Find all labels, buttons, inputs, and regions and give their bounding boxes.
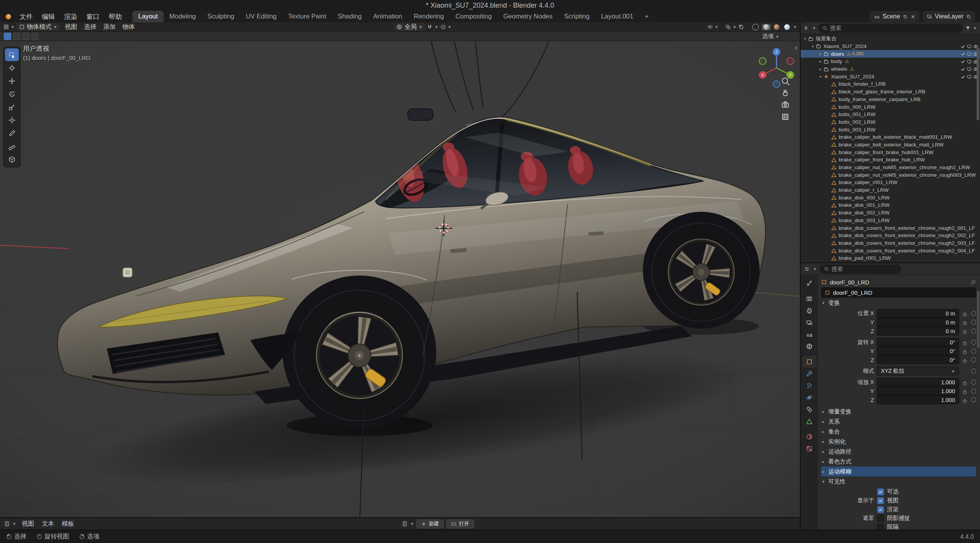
show-gizmo-icon[interactable] xyxy=(707,24,713,30)
outliner-search-input[interactable]: 搜索 xyxy=(818,24,963,33)
tool-cursor-button[interactable] xyxy=(5,61,19,74)
outliner-row-brake-disk-000-lrw[interactable]: brake_disk_000_LRW xyxy=(801,194,980,201)
chevron-down-icon[interactable]: ▾ xyxy=(11,24,15,30)
properties-search-input[interactable]: 搜索 xyxy=(820,265,901,274)
properties-tab-world[interactable] xyxy=(802,340,816,352)
new-view-layer-icon[interactable] xyxy=(966,14,971,19)
number-field[interactable]: 0 m xyxy=(877,309,959,318)
lock-icon[interactable] xyxy=(962,348,968,354)
exclude-checkbox[interactable] xyxy=(960,74,965,80)
object-name-field[interactable]: doorF_00_LRD xyxy=(821,287,976,297)
outliner-row-xiaomi-su7-2024[interactable]: ▾Xiaomi_SU7_2024 xyxy=(801,43,980,50)
chevron-down-icon[interactable]: ▾ xyxy=(434,24,438,30)
properties-tab-object-data[interactable] xyxy=(802,415,816,427)
workspace-tab-shading[interactable]: Shading xyxy=(332,11,368,22)
properties-tab-view-layer[interactable] xyxy=(802,317,816,329)
workspace-tab-uv-editing[interactable]: UV Editing xyxy=(240,11,282,22)
breadcrumb-object-name[interactable]: doorF_00_LRD xyxy=(830,279,869,286)
number-field[interactable]: 1.000 xyxy=(877,395,959,404)
outliner-row-brake-disk-001-lrw[interactable]: brake_disk_001_LRW xyxy=(801,201,980,209)
axis-z-label[interactable]: Z xyxy=(775,50,778,54)
number-field[interactable]: 1.000 xyxy=(877,387,959,395)
outliner-row-bolts-000-lrw[interactable]: bolts_000_LRW xyxy=(801,103,980,111)
properties-scrollbar[interactable] xyxy=(977,291,980,348)
chevron-down-icon[interactable]: ▾ xyxy=(793,24,797,30)
disclosure-closed-icon[interactable]: ▸ xyxy=(818,52,823,56)
outliner-row-body[interactable]: ▸body xyxy=(801,58,980,65)
outliner-row-brake-disk-002-lrw[interactable]: brake_disk_002_LRW xyxy=(801,209,980,217)
outliner-row-brake-caliper-nut-noms-exterior-chrome-rough2-lrw[interactable]: brake_caliper_nut_noMS_exterior_chrome_r… xyxy=(801,164,980,171)
section-6[interactable]: ▸运动模糊 xyxy=(821,467,976,477)
viewport-canvas[interactable]: Z X Y 用户透视 (1) doors | doorF_00_LRD ‹ xyxy=(0,41,800,518)
animate-dot-icon[interactable] xyxy=(971,329,976,334)
open-text-button[interactable]: 打开 xyxy=(446,520,474,528)
properties-tab-scene[interactable] xyxy=(802,329,816,340)
chevron-down-icon[interactable]: ▾ xyxy=(973,25,977,31)
tool-measure-button[interactable] xyxy=(5,140,19,153)
properties-tab-physics[interactable] xyxy=(802,392,816,404)
rotation-mode-dropdown[interactable]: XYZ 欧拉▾ xyxy=(877,367,959,375)
workspace-tab-layout-001[interactable]: Layout.001 xyxy=(595,11,639,22)
number-field[interactable]: 1.000 xyxy=(877,378,959,387)
tool-rotate-button[interactable] xyxy=(5,88,19,100)
workspace-tab-geometry-nodes[interactable]: Geometry Nodes xyxy=(498,11,559,22)
viewport-menu-select[interactable]: 选择 xyxy=(81,23,100,31)
properties-tab-particles[interactable] xyxy=(802,380,816,392)
lock-icon[interactable] xyxy=(962,397,968,403)
view-layer-selector[interactable]: ViewLayer xyxy=(923,12,975,22)
pin-icon[interactable] xyxy=(970,279,976,285)
chevron-down-icon[interactable]: ▾ xyxy=(733,24,737,30)
menu-window[interactable]: 窗口 xyxy=(82,11,104,22)
editor-type-icon[interactable] xyxy=(804,266,810,272)
lock-icon[interactable] xyxy=(962,328,968,334)
menu-edit[interactable]: 编辑 xyxy=(37,11,60,22)
outliner-row-bolts-001-lrw[interactable]: bolts_001_LRW xyxy=(801,111,980,118)
properties-tab-texture[interactable] xyxy=(802,443,816,455)
viewport-menu-object[interactable]: 物体 xyxy=(119,23,138,31)
checkbox[interactable] xyxy=(877,497,884,504)
outliner-row-wheels[interactable]: ▸wheels xyxy=(801,65,980,73)
workspace-tab-compositing[interactable]: Compositing xyxy=(450,11,498,22)
select-mode-intersect-button[interactable] xyxy=(31,33,39,40)
shading-material-button[interactable] xyxy=(772,24,781,30)
section-0[interactable]: ▸增量变换 xyxy=(821,407,976,417)
text-datablock-icon[interactable] xyxy=(402,521,408,527)
outliner-row-brake-disk-covers-front-exterior-chrome-rough2-004-lf[interactable]: brake_disk_covers_front_exterior_chrome_… xyxy=(801,247,980,254)
snap-magnet-icon[interactable] xyxy=(427,24,433,30)
viewport-toggle-icon[interactable] xyxy=(967,58,972,64)
new-text-button[interactable]: 新建 xyxy=(416,520,444,528)
animate-dot-icon[interactable] xyxy=(971,357,976,362)
tool-annotate-button[interactable] xyxy=(5,127,19,139)
exclude-checkbox[interactable] xyxy=(960,66,965,72)
outliner-row-brake-caliper-nut-noms-exterior-chrome-rough003-lrw[interactable]: brake_caliper_nut_noMS_exterior_chrome_r… xyxy=(801,171,980,179)
lock-icon[interactable] xyxy=(962,310,968,317)
animate-dot-icon[interactable] xyxy=(971,340,976,345)
outliner-row-brake-caliper-bolt-exterior-black-matt001-lrw[interactable]: brake_caliper_bolt_exterior_black_matt00… xyxy=(801,133,980,141)
outliner-row-black-fender-f-lrb[interactable]: black_fender_f_LRB xyxy=(801,80,980,88)
outliner-row-doors[interactable]: ▸doors4,360 xyxy=(801,50,980,58)
shading-solid-button[interactable] xyxy=(762,24,771,30)
axis-x-label[interactable]: X xyxy=(761,73,764,77)
disclosure-closed-icon[interactable]: ▸ xyxy=(818,59,823,63)
section-2[interactable]: ▸集合 xyxy=(821,427,976,437)
unlink-scene-icon[interactable] xyxy=(910,14,915,19)
outliner-row-brake-disk-covers-front-exterior-chrome-rough2-002-lf[interactable]: brake_disk_covers_front_exterior_chrome_… xyxy=(801,232,980,239)
outliner-row-black-roof-glass-frame-interior-lrb[interactable]: black_roof_glass_frame_interior_LRB xyxy=(801,88,980,96)
workspace-add-button[interactable]: + xyxy=(639,11,654,22)
lock-icon[interactable] xyxy=(962,319,968,325)
select-mode-extend-button[interactable] xyxy=(13,33,20,40)
outliner-row-brake-caliper-bolt-exterior-black-matt-lrw[interactable]: brake_caliper_bolt_exterior_black_matt_L… xyxy=(801,141,980,149)
chevron-down-icon[interactable]: ▾ xyxy=(812,25,816,31)
outliner-row-brake-caliper-r-lrw[interactable]: brake_caliper_r_LRW xyxy=(801,186,980,194)
workspace-tab-scripting[interactable]: Scripting xyxy=(558,11,595,22)
outliner-row-brake-caliper-r001-lrw[interactable]: brake_caliper_r001_LRW xyxy=(801,179,980,186)
scene-selector[interactable]: Scene xyxy=(870,12,919,22)
workspace-tab-sculpting[interactable]: Sculpting xyxy=(202,11,240,22)
number-field[interactable]: 0 m xyxy=(877,318,959,327)
checkbox[interactable] xyxy=(877,488,884,495)
lock-icon[interactable] xyxy=(962,357,968,363)
lock-icon[interactable] xyxy=(962,388,968,394)
disclosure-open-icon[interactable]: ▾ xyxy=(818,75,823,79)
outliner-row-brake-disk-covers-front-exterior-chrome-rough2-003-lf[interactable]: brake_disk_covers_front_exterior_chrome_… xyxy=(801,239,980,247)
new-scene-icon[interactable] xyxy=(903,14,908,19)
